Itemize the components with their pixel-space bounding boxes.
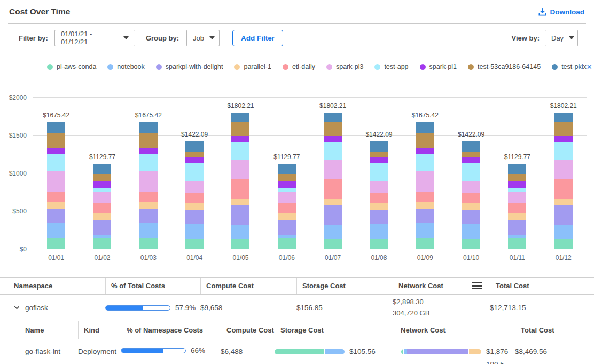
bar-segment-test-53ca9186-64145[interactable] — [231, 122, 249, 137]
bar-segment-test-app[interactable] — [185, 163, 204, 181]
download-button[interactable]: Download — [538, 8, 585, 16]
bar-segment-test-app[interactable] — [416, 154, 434, 171]
bar-segment-sparkpi-with-delight[interactable] — [231, 205, 249, 225]
bar-segment-parallel-1[interactable] — [508, 213, 526, 220]
legend-item-notebook[interactable]: notebook — [107, 63, 144, 70]
bar-segment-pi-aws-conda[interactable] — [139, 238, 158, 249]
table-row[interactable]: goflask 57.9% $9,658 $156.85 $2,898.30 3… — [0, 295, 594, 321]
chart-bar-01/11[interactable]: $1129.7701/11 — [508, 164, 526, 249]
bar-segment-test-pkix[interactable] — [93, 164, 111, 174]
bar-segment-test-pkix[interactable] — [324, 113, 342, 122]
bar-segment-test-app[interactable] — [139, 154, 158, 171]
bar-segment-spark-pi1[interactable] — [370, 157, 388, 163]
bar-segment-pi-aws-conda[interactable] — [324, 239, 342, 249]
bar-segment-spark-pi3[interactable] — [324, 160, 342, 179]
bar-segment-notebook[interactable] — [185, 224, 204, 239]
chart-bar-01/05[interactable]: $1802.2101/05 — [231, 113, 249, 249]
bar-segment-test-app[interactable] — [508, 188, 526, 192]
bar-segment-test-app[interactable] — [462, 163, 480, 181]
bar-segment-test-53ca9186-64145[interactable] — [462, 152, 480, 157]
bar-segment-sparkpi-with-delight[interactable] — [554, 205, 573, 225]
bar-segment-spark-pi3[interactable] — [370, 181, 388, 192]
chart-bar-01/06[interactable]: $1129.7701/06 — [278, 164, 296, 249]
legend-item-pi-aws-conda[interactable]: pi-aws-conda — [47, 63, 96, 70]
bar-segment-spark-pi1[interactable] — [508, 181, 526, 188]
bar-segment-test-pkix[interactable] — [139, 122, 158, 133]
bar-segment-test-pkix[interactable] — [231, 113, 249, 122]
bar-segment-spark-pi3[interactable] — [462, 181, 480, 192]
bar-segment-spark-pi3[interactable] — [93, 192, 111, 203]
bar-segment-pi-aws-conda[interactable] — [278, 238, 296, 249]
bar-segment-test-53ca9186-64145[interactable] — [47, 133, 65, 148]
legend-item-sparkpi-with-delight[interactable]: sparkpi-with-delight — [156, 63, 223, 70]
chart-bar-01/12[interactable]: $1802.2101/12 — [554, 113, 573, 249]
chart-bar-01/03[interactable]: $1675.4201/03 — [139, 122, 158, 249]
bar-segment-notebook[interactable] — [47, 223, 65, 237]
bar-segment-pi-aws-conda[interactable] — [462, 239, 480, 249]
bar-segment-pi-aws-conda[interactable] — [554, 239, 573, 249]
legend-item-spark-pi3[interactable]: spark-pi3 — [326, 63, 363, 70]
legend-item-spark-pi1[interactable]: spark-pi1 — [420, 63, 457, 70]
bar-segment-etl-daily[interactable] — [554, 179, 573, 199]
bar-segment-spark-pi1[interactable] — [324, 136, 342, 142]
group-by-dropdown[interactable]: Job — [186, 30, 220, 46]
bar-segment-pi-aws-conda[interactable] — [47, 238, 65, 249]
bar-segment-spark-pi1[interactable] — [416, 148, 434, 154]
bar-segment-test-pkix[interactable] — [47, 122, 65, 133]
chevron-down-icon[interactable] — [14, 305, 20, 311]
bar-segment-test-app[interactable] — [278, 188, 296, 192]
chart-bar-01/10[interactable]: $1422.0901/10 — [462, 141, 480, 249]
bar-segment-notebook[interactable] — [231, 225, 249, 239]
legend-item-etl-daily[interactable]: etl-daily — [283, 63, 315, 70]
bar-segment-test-53ca9186-64145[interactable] — [416, 133, 434, 148]
bar-segment-notebook[interactable] — [416, 223, 434, 237]
bar-segment-sparkpi-with-delight[interactable] — [508, 220, 526, 235]
bar-segment-spark-pi1[interactable] — [462, 157, 480, 163]
bar-segment-sparkpi-with-delight[interactable] — [185, 210, 204, 224]
bar-segment-parallel-1[interactable] — [462, 203, 480, 210]
bar-segment-sparkpi-with-delight[interactable] — [462, 210, 480, 224]
bar-segment-etl-daily[interactable] — [324, 179, 342, 199]
bar-segment-spark-pi1[interactable] — [231, 136, 249, 142]
bar-segment-test-53ca9186-64145[interactable] — [278, 174, 296, 181]
bar-segment-etl-daily[interactable] — [462, 193, 480, 203]
bar-segment-test-53ca9186-64145[interactable] — [508, 174, 526, 181]
bar-segment-parallel-1[interactable] — [416, 202, 434, 210]
bar-segment-spark-pi3[interactable] — [554, 160, 573, 179]
legend-item-parallel-1[interactable]: parallel-1 — [234, 63, 271, 70]
bar-segment-etl-daily[interactable] — [139, 192, 158, 202]
bar-segment-spark-pi1[interactable] — [185, 157, 204, 163]
bar-segment-etl-daily[interactable] — [370, 193, 388, 203]
chart-bar-01/01[interactable]: $1675.4201/01 — [47, 122, 65, 249]
chart-bar-01/08[interactable]: $1422.0901/08 — [370, 141, 388, 249]
bar-segment-test-pkix[interactable] — [416, 122, 434, 133]
bar-segment-sparkpi-with-delight[interactable] — [47, 209, 65, 223]
bar-segment-spark-pi1[interactable] — [139, 148, 158, 154]
bar-segment-sparkpi-with-delight[interactable] — [370, 210, 388, 224]
bar-segment-spark-pi3[interactable] — [508, 192, 526, 203]
bar-segment-parallel-1[interactable] — [231, 199, 249, 206]
chart-bar-01/02[interactable]: $1129.7701/02 — [93, 164, 111, 249]
bar-segment-spark-pi3[interactable] — [185, 181, 204, 192]
bar-segment-test-app[interactable] — [324, 142, 342, 160]
bar-segment-parallel-1[interactable] — [47, 202, 65, 210]
view-by-dropdown[interactable]: Day — [545, 30, 578, 46]
bar-segment-spark-pi1[interactable] — [554, 136, 573, 142]
bar-segment-etl-daily[interactable] — [47, 192, 65, 202]
bar-segment-test-53ca9186-64145[interactable] — [554, 122, 573, 137]
bar-segment-test-53ca9186-64145[interactable] — [324, 122, 342, 137]
bar-segment-spark-pi3[interactable] — [139, 171, 158, 192]
chart-bar-01/07[interactable]: $1802.2101/07 — [324, 113, 342, 249]
bar-segment-sparkpi-with-delight[interactable] — [139, 209, 158, 223]
bar-segment-parallel-1[interactable] — [93, 213, 111, 220]
bar-segment-pi-aws-conda[interactable] — [231, 239, 249, 249]
date-range-dropdown[interactable]: 01/01/21 - 01/12/21 — [54, 30, 135, 46]
bar-segment-parallel-1[interactable] — [324, 199, 342, 206]
bar-segment-spark-pi1[interactable] — [278, 181, 296, 188]
bar-segment-notebook[interactable] — [370, 224, 388, 239]
deselect-all-button[interactable]: ✕ Deselect All — [587, 59, 594, 74]
bar-segment-parallel-1[interactable] — [554, 199, 573, 206]
bar-segment-spark-pi3[interactable] — [416, 171, 434, 192]
bar-segment-pi-aws-conda[interactable] — [185, 239, 204, 249]
bar-segment-test-app[interactable] — [231, 142, 249, 160]
